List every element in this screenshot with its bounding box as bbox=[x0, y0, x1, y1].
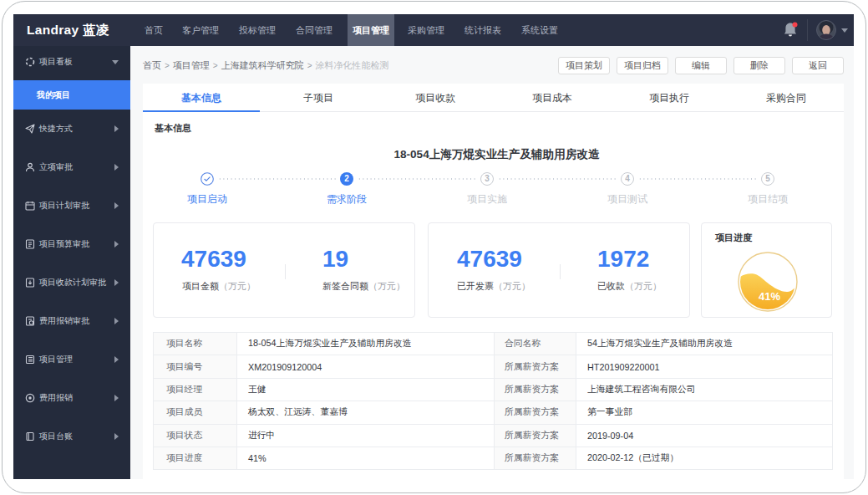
svg-text:41%: 41% bbox=[759, 290, 780, 303]
